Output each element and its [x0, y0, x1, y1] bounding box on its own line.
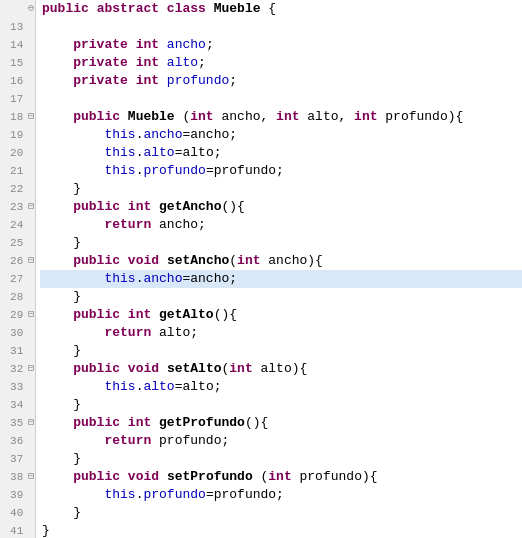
line-number: 31	[0, 342, 27, 360]
code-line: }	[40, 288, 522, 306]
gutter-row: 19	[0, 126, 35, 144]
plain-token: alto;	[151, 324, 198, 342]
type-token: int	[190, 108, 213, 126]
code-line: return ancho;	[40, 216, 522, 234]
code-line: public void setAncho(int ancho){	[40, 252, 522, 270]
code-line: public void setAlto(int alto){	[40, 360, 522, 378]
plain-token: ancho){	[261, 252, 323, 270]
plain-token	[128, 54, 136, 72]
line-number: 34	[0, 396, 27, 414]
gutter-row: 15	[0, 54, 35, 72]
plain-token	[159, 72, 167, 90]
plain-token	[120, 306, 128, 324]
gutter-row: 17	[0, 90, 35, 108]
plain-token: {	[261, 0, 277, 18]
line-number: 27	[0, 270, 27, 288]
kw-token: return	[104, 324, 151, 342]
plain-token: ;	[198, 54, 206, 72]
field-token: ancho	[143, 270, 182, 288]
fold-icon[interactable]: ⊟	[27, 306, 35, 324]
gutter-row: 34	[0, 396, 35, 414]
gutter-row: 13	[0, 18, 35, 36]
method-token: getAncho	[159, 198, 221, 216]
line-number: 14	[0, 36, 27, 54]
field-token: ancho	[143, 126, 182, 144]
fold-icon[interactable]: ⊟	[27, 414, 35, 432]
plain-token	[42, 54, 73, 72]
plain-token: (){	[214, 306, 237, 324]
code-line: public int getAncho(){	[40, 198, 522, 216]
field-token: profundo	[143, 162, 205, 180]
code-line: private int alto;	[40, 54, 522, 72]
code-editor: ⊖131415161718⊟1920212223⊟242526⊟272829⊟3…	[0, 0, 522, 538]
fold-icon[interactable]: ⊟	[27, 108, 35, 126]
type-token: void	[128, 252, 159, 270]
plain-token	[42, 252, 73, 270]
type-token: int	[136, 54, 159, 72]
code-line	[40, 18, 522, 36]
plain-token	[42, 468, 73, 486]
code-line: this.alto=alto;	[40, 378, 522, 396]
plain-token: }	[42, 180, 81, 198]
line-number: 20	[0, 144, 27, 162]
plain-token	[120, 252, 128, 270]
plain-token	[120, 108, 128, 126]
code-line: }	[40, 234, 522, 252]
plain-token: ancho;	[151, 216, 206, 234]
gutter-row: 24	[0, 216, 35, 234]
code-line: return profundo;	[40, 432, 522, 450]
fold-icon[interactable]: ⊟	[27, 468, 35, 486]
line-number: 16	[0, 72, 27, 90]
code-line: this.profundo=profundo;	[40, 162, 522, 180]
plain-token: }	[42, 450, 81, 468]
gutter-row: 29⊟	[0, 306, 35, 324]
line-number: 24	[0, 216, 27, 234]
plain-token	[159, 54, 167, 72]
plain-token: =profundo;	[206, 162, 284, 180]
plain-token: }	[42, 396, 81, 414]
line-number: 15	[0, 54, 27, 72]
gutter-row: 41	[0, 522, 35, 538]
code-line: this.alto=alto;	[40, 144, 522, 162]
plain-token	[159, 0, 167, 18]
plain-token	[42, 414, 73, 432]
line-number: 17	[0, 90, 27, 108]
fold-icon[interactable]: ⊟	[27, 198, 35, 216]
code-line: private int profundo;	[40, 72, 522, 90]
line-number: 22	[0, 180, 27, 198]
plain-token	[42, 216, 104, 234]
plain-token	[120, 198, 128, 216]
plain-token	[151, 306, 159, 324]
plain-token: }	[42, 504, 81, 522]
type-token: int	[128, 414, 151, 432]
fold-icon[interactable]: ⊖	[27, 0, 35, 18]
gutter-row: 37	[0, 450, 35, 468]
field-token: profundo	[167, 72, 229, 90]
gutter-row: 40	[0, 504, 35, 522]
code-line: private int ancho;	[40, 36, 522, 54]
line-number: 40	[0, 504, 27, 522]
type-token: void	[128, 360, 159, 378]
plain-token: (	[253, 468, 269, 486]
type-token: int	[136, 36, 159, 54]
plain-token: (	[221, 360, 229, 378]
plain-token: =alto;	[175, 144, 222, 162]
plain-token: }	[42, 234, 81, 252]
line-number: 26	[0, 252, 27, 270]
fold-icon[interactable]: ⊟	[27, 360, 35, 378]
plain-token	[42, 270, 104, 288]
gutter-row: 33	[0, 378, 35, 396]
line-number: 25	[0, 234, 27, 252]
gutter-row: 36	[0, 432, 35, 450]
plain-token	[42, 378, 104, 396]
fold-icon[interactable]: ⊟	[27, 252, 35, 270]
plain-token: ;	[229, 72, 237, 90]
gutter-row: 35⊟	[0, 414, 35, 432]
gutter-row: 21	[0, 162, 35, 180]
gutter-row: 25	[0, 234, 35, 252]
plain-token: .	[136, 378, 144, 396]
plain-token: profundo;	[151, 432, 229, 450]
line-gutter: ⊖131415161718⊟1920212223⊟242526⊟272829⊟3…	[0, 0, 36, 538]
type-token: int	[128, 306, 151, 324]
plain-token: .	[136, 270, 144, 288]
